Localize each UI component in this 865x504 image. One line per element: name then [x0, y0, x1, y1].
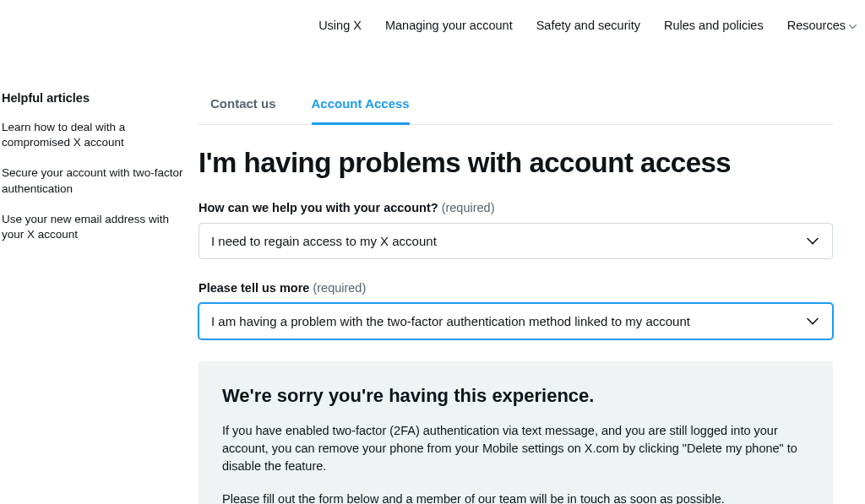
- info-paragraph-2: Please fill out the form below and a mem…: [222, 490, 809, 504]
- field2-label: Please tell us more (required): [199, 281, 833, 295]
- info-box: We're sorry you're having this experienc…: [199, 361, 833, 504]
- nav-managing-account[interactable]: Managing your account: [385, 19, 513, 32]
- select-tell-us-more[interactable]: I am having a problem with the two-facto…: [199, 303, 833, 339]
- info-paragraph-1: If you have enabled two-factor (2FA) aut…: [222, 422, 809, 475]
- sidebar: Helpful articles Learn how to deal with …: [0, 91, 199, 504]
- nav-using-x[interactable]: Using X: [318, 19, 362, 32]
- field2-required: (required): [313, 281, 366, 295]
- field1-label: How can we help you with your account? (…: [199, 201, 833, 214]
- select-how-help[interactable]: I need to regain access to my X account: [199, 223, 833, 259]
- nav-resources[interactable]: Resources: [787, 19, 857, 32]
- field2-label-text: Please tell us more: [199, 281, 309, 295]
- info-heading: We're sorry you're having this experienc…: [222, 385, 809, 407]
- field1-required: (required): [442, 201, 495, 214]
- select-tell-us-more-value: I am having a problem with the two-facto…: [211, 314, 690, 328]
- tab-contact-us[interactable]: Contact us: [210, 91, 276, 124]
- chevron-down-icon: [807, 317, 819, 325]
- field1-label-text: How can we help you with your account?: [199, 201, 438, 214]
- sidebar-link-compromised[interactable]: Learn how to deal with a compromised X a…: [2, 120, 183, 150]
- sidebar-link-2fa[interactable]: Secure your account with two-factor auth…: [2, 165, 183, 196]
- chevron-down-icon: [849, 22, 857, 31]
- nav-rules-policies[interactable]: Rules and policies: [664, 19, 764, 32]
- tab-account-access[interactable]: Account Access: [312, 91, 410, 125]
- sidebar-link-email[interactable]: Use your new email address with your X a…: [2, 212, 183, 242]
- select-how-help-value: I need to regain access to my X account: [211, 234, 437, 248]
- main-content: Contact us Account Access I'm having pro…: [199, 91, 865, 504]
- nav-resources-label: Resources: [787, 19, 846, 32]
- page-title: I'm having problems with account access: [199, 147, 833, 179]
- chevron-down-icon: [807, 237, 819, 245]
- top-navigation: Using X Managing your account Safety and…: [0, 0, 865, 32]
- nav-safety-security[interactable]: Safety and security: [536, 19, 640, 32]
- tabs: Contact us Account Access: [199, 91, 833, 125]
- sidebar-title: Helpful articles: [2, 91, 183, 105]
